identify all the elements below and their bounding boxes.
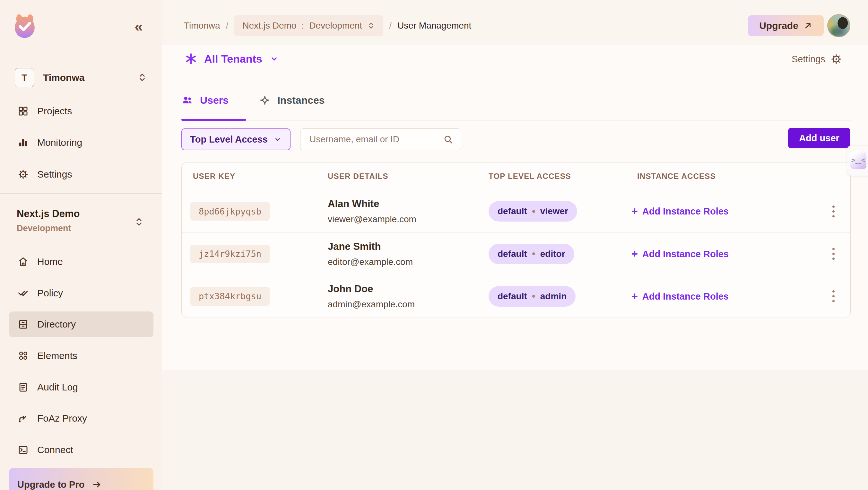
breadcrumb-page: User Management <box>397 21 471 31</box>
org-switcher[interactable]: T Timonwa <box>15 67 150 88</box>
tab-instances[interactable]: Instances <box>259 94 325 106</box>
table-row: 8pd66jkpyqsb Alan White viewer@example.c… <box>182 190 850 233</box>
sidebar-item-settings[interactable]: Settings <box>9 161 153 187</box>
upgrade-to-pro-button[interactable]: Upgrade to Pro <box>9 468 153 490</box>
terminal-icon <box>17 444 29 456</box>
add-user-button[interactable]: Add user <box>788 128 850 148</box>
feedback-face-button[interactable]: >‿< <box>850 151 866 169</box>
badge-dot <box>532 252 535 255</box>
user-key: jz14r9kzi75n <box>190 245 270 263</box>
project-name: Next.js Demo <box>17 208 152 220</box>
chevron-up-down-icon <box>137 72 147 83</box>
sidebar-item-monitoring[interactable]: Monitoring <box>9 130 153 155</box>
add-instance-roles-label: Add Instance Roles <box>642 291 729 302</box>
user-name: Alan White <box>328 198 416 210</box>
column-header-top-level-access: TOP LEVEL ACCESS <box>489 172 571 181</box>
access-badge: default viewer <box>489 201 577 221</box>
top-level-access-filter[interactable]: Top Level Access <box>181 128 290 150</box>
sidebar-item-audit-log[interactable]: Audit Log <box>9 374 153 400</box>
badge-dot <box>532 210 535 213</box>
feedback-widget-tab: >‿< <box>847 145 868 176</box>
chevron-up-down-icon <box>134 216 144 227</box>
sidebar-item-directory[interactable]: Directory <box>9 311 153 337</box>
chevron-up-down-icon <box>367 21 375 30</box>
sidebar-item-label: Elements <box>37 350 78 361</box>
bar-chart-icon <box>17 137 29 148</box>
document-icon <box>17 381 29 393</box>
row-menu-kebab-icon[interactable] <box>826 202 840 221</box>
project-switcher[interactable]: Next.js Demo Development <box>17 208 152 236</box>
column-header-user-details: USER DETAILS <box>328 172 389 181</box>
add-instance-roles-label: Add Instance Roles <box>642 206 729 217</box>
sidebar-item-home[interactable]: Home <box>9 249 153 275</box>
add-instance-roles-link[interactable]: + Add Instance Roles <box>631 291 729 302</box>
row-menu-kebab-icon[interactable] <box>826 244 840 264</box>
sidebar-item-label: Audit Log <box>37 382 78 393</box>
breadcrumb-environment: Development <box>309 21 362 31</box>
collapse-sidebar-icon[interactable]: « <box>129 17 148 36</box>
breadcrumb-project-env-selector[interactable]: Next.js Demo : Development <box>234 15 383 36</box>
active-tab-underline <box>181 119 246 121</box>
page-settings-link[interactable]: Settings <box>792 52 842 66</box>
user-email: editor@example.com <box>328 257 413 267</box>
project-environment: Development <box>17 223 152 234</box>
all-tenants-selector[interactable]: All Tenants <box>185 51 279 67</box>
user-email: admin@example.com <box>328 299 415 310</box>
asterisk-icon <box>185 52 197 65</box>
tab-bar: Users Instances <box>181 91 325 109</box>
sidebar-item-label: Connect <box>37 445 73 455</box>
user-name: John Doe <box>328 283 415 295</box>
upgrade-to-pro-label: Upgrade to Pro <box>17 480 85 490</box>
user-details: John Doe admin@example.com <box>328 283 415 310</box>
sidebar-item-connect[interactable]: Connect <box>9 437 153 463</box>
users-table: USER KEY USER DETAILS TOP LEVEL ACCESS I… <box>181 162 851 317</box>
filter-label: Top Level Access <box>190 134 268 145</box>
badge-role: editor <box>540 249 565 259</box>
user-email: viewer@example.com <box>328 214 416 224</box>
table-row: ptx384krbgsu John Doe admin@example.com … <box>182 275 850 317</box>
chevron-down-icon <box>274 135 282 144</box>
tab-users-label: Users <box>200 94 228 106</box>
gear-icon <box>17 169 29 180</box>
add-instance-roles-label: Add Instance Roles <box>642 248 729 259</box>
table-header-row: USER KEY USER DETAILS TOP LEVEL ACCESS I… <box>182 162 850 190</box>
upgrade-button-label: Upgrade <box>759 20 798 31</box>
sidebar-item-foaz-proxy[interactable]: FoAz Proxy <box>9 405 153 431</box>
user-key: 8pd66jkpyqsb <box>190 202 270 221</box>
user-avatar[interactable] <box>827 14 850 37</box>
breadcrumb-org[interactable]: Timonwa <box>184 21 220 31</box>
search-input[interactable] <box>309 134 443 145</box>
tab-instances-label: Instances <box>277 94 325 106</box>
tab-users[interactable]: Users <box>181 94 228 106</box>
plus-icon: + <box>631 290 638 301</box>
page-settings-label: Settings <box>792 54 825 65</box>
breadcrumb-project: Next.js Demo <box>242 21 296 31</box>
add-user-label: Add user <box>799 133 839 144</box>
users-icon <box>181 94 193 106</box>
row-menu-kebab-icon[interactable] <box>826 287 840 306</box>
sidebar-item-label: Projects <box>37 105 72 117</box>
badge-tenant: default <box>498 249 527 259</box>
badge-role: viewer <box>540 206 568 216</box>
directory-cabinet-icon <box>17 318 29 330</box>
sidebar-item-elements[interactable]: Elements <box>9 343 153 369</box>
sidebar-item-policy[interactable]: Policy <box>9 280 153 306</box>
org-name: Timonwa <box>43 72 85 83</box>
breadcrumb-colon: : <box>302 21 304 31</box>
user-details: Alan White viewer@example.com <box>328 198 416 224</box>
plus-icon: + <box>631 248 638 259</box>
grid-icon <box>17 105 29 117</box>
badge-role: admin <box>540 291 566 302</box>
add-instance-roles-link[interactable]: + Add Instance Roles <box>631 248 729 259</box>
main-footer-band <box>162 371 868 490</box>
upgrade-button[interactable]: Upgrade <box>748 15 824 36</box>
sidebar-item-label: FoAz Proxy <box>37 413 87 424</box>
double-check-icon <box>17 287 29 299</box>
add-instance-roles-link[interactable]: + Add Instance Roles <box>631 206 729 217</box>
sidebar-item-label: Settings <box>37 169 72 180</box>
chevron-down-icon <box>269 54 279 64</box>
search-icon[interactable] <box>443 134 453 145</box>
sidebar-item-projects[interactable]: Projects <box>9 98 153 124</box>
sparkle-icon <box>259 95 270 105</box>
arrow-up-right-icon <box>804 21 812 30</box>
